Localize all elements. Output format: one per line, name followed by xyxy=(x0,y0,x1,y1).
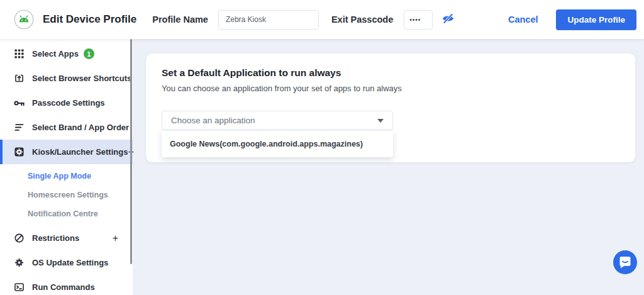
application-option-google-news[interactable]: Google News(com.google.android.apps.maga… xyxy=(162,131,393,157)
section-subtitle: You can choose an application from your … xyxy=(162,84,619,93)
kiosk-settings-sub-menu: Single App Mode Homescreen Settings Noti… xyxy=(0,164,133,226)
page-title: Edit Device Profile xyxy=(43,13,136,26)
sub-item-label: Homescreen Settings xyxy=(28,191,108,199)
restrictions-icon xyxy=(14,233,25,243)
cancel-button[interactable]: Cancel xyxy=(508,14,538,25)
main-content: Set a Default Application to run always … xyxy=(133,39,644,295)
profile-name-label: Profile Name xyxy=(152,14,208,25)
application-dropdown-panel: Google News(com.google.android.apps.maga… xyxy=(162,130,393,157)
sidebar-subitem-notification-centre[interactable]: Notification Centre xyxy=(0,204,133,223)
application-select-placeholder: Choose an application xyxy=(171,116,255,125)
sidebar-item-label: Kiosk/Launcher Settings xyxy=(32,147,128,157)
sidebar-subitem-homescreen-settings[interactable]: Homescreen Settings xyxy=(0,186,133,204)
sidebar-subitem-single-app-mode[interactable]: Single App Mode xyxy=(0,167,133,186)
sidebar-item-label: Run Commands xyxy=(32,282,95,292)
kiosk-settings-icon xyxy=(14,147,25,157)
sidebar-item-restrictions[interactable]: Restrictions + xyxy=(0,226,133,250)
sub-item-label: Notification Centre xyxy=(28,209,98,218)
sidebar-item-label: OS Update Settings xyxy=(32,258,108,267)
sidebar-item-label: Restrictions xyxy=(32,233,79,243)
chat-bubble-icon xyxy=(613,267,637,276)
sub-item-label: Single App Mode xyxy=(28,172,91,181)
terminal-icon xyxy=(14,282,25,292)
profile-name-input[interactable] xyxy=(218,10,319,30)
sidebar-item-label: Passcode Settings xyxy=(32,98,105,108)
os-update-gear-icon xyxy=(14,258,25,267)
sidebar-item-run-commands[interactable]: Run Commands xyxy=(0,275,133,295)
sidebar-scrollbar[interactable] xyxy=(130,39,132,264)
expand-section-icon[interactable]: + xyxy=(113,233,118,244)
exit-passcode-label: Exit Passcode xyxy=(331,14,393,25)
application-select[interactable]: Choose an application xyxy=(162,111,393,130)
sidebar-item-label: Select Apps xyxy=(32,49,79,58)
selected-apps-count-badge: 1 xyxy=(84,48,94,59)
sidebar-item-select-apps[interactable]: Select Apps 1 xyxy=(0,42,133,66)
caret-down-icon xyxy=(377,119,384,123)
section-title: Set a Default Application to run always xyxy=(162,67,619,79)
browser-shortcut-icon xyxy=(14,74,25,83)
chat-support-button[interactable] xyxy=(613,250,637,274)
sidebar-item-label: Select Brand / App Order xyxy=(32,123,129,132)
exit-passcode-input[interactable] xyxy=(404,10,433,30)
key-icon xyxy=(14,99,25,107)
toggle-passcode-visibility-button[interactable] xyxy=(441,12,455,27)
sidebar-item-select-browser-shortcuts[interactable]: Select Browser Shortcuts xyxy=(0,66,133,91)
sidebar-item-select-brand-app-order[interactable]: Select Brand / App Order xyxy=(0,115,133,140)
update-profile-button[interactable]: Update Profile xyxy=(556,9,636,30)
eye-off-icon xyxy=(441,12,455,27)
sidebar-item-os-update-settings[interactable]: OS Update Settings xyxy=(0,250,133,275)
brand-order-lines-icon xyxy=(14,123,25,131)
sidebar-item-label: Select Browser Shortcuts xyxy=(32,74,131,83)
sidebar: Select Apps 1 Select Browser Shortcuts P… xyxy=(0,39,133,295)
apps-grid-icon xyxy=(14,49,25,58)
sidebar-item-kiosk-launcher-settings[interactable]: Kiosk/Launcher Settings − xyxy=(0,140,133,164)
default-application-card: Set a Default Application to run always … xyxy=(146,53,635,162)
android-logo-icon xyxy=(14,9,34,30)
top-bar: Edit Device Profile Profile Name Exit Pa… xyxy=(0,0,644,39)
sidebar-item-passcode-settings[interactable]: Passcode Settings xyxy=(0,91,133,115)
